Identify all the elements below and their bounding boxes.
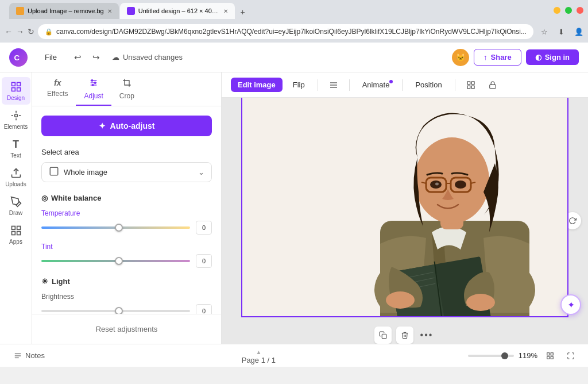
tab-2[interactable]: Untitled design – 612 × 408px ✕ (120, 3, 235, 19)
bookmark-button[interactable]: ☆ (537, 24, 552, 39)
sidebar-item-design[interactable]: Design (2, 77, 30, 105)
magic-edit-icon: ✦ (567, 299, 575, 310)
light-section: ☀ Light Brightness 0 (41, 277, 212, 314)
edit-image-button[interactable]: Edit image (231, 78, 283, 92)
crop-tab-label: Crop (119, 92, 134, 100)
reset-adjustments-button[interactable]: Reset adjustments (41, 321, 212, 337)
animate-label: Animate (362, 80, 390, 89)
lock-button[interactable] (484, 76, 501, 94)
svg-rect-25 (489, 85, 496, 88)
svg-point-14 (91, 80, 93, 82)
flip-button[interactable]: Flip (287, 78, 311, 92)
sidebar-item-apps[interactable]: Apps (2, 221, 30, 248)
more-options-button[interactable]: ••• (418, 327, 435, 344)
delete-button[interactable] (396, 327, 413, 344)
tint-slider[interactable] (41, 256, 190, 266)
zoom-slider[interactable] (468, 355, 514, 357)
share-label: Share (491, 53, 512, 62)
crop-tab-icon (122, 78, 131, 90)
svg-rect-21 (467, 82, 470, 85)
sidebar-item-draw[interactable]: Draw (2, 192, 30, 220)
minimize-button[interactable] (554, 7, 560, 14)
svg-rect-55 (547, 356, 550, 359)
tint-track (41, 260, 190, 262)
panel-tabs: fx Effects Adjust Crop (32, 72, 221, 106)
tint-value: 0 (196, 254, 212, 268)
tab-effects[interactable]: fx Effects (39, 72, 76, 106)
grid-toggle-button[interactable] (462, 76, 479, 94)
page-up-arrow: ▲ (256, 349, 261, 355)
notes-button[interactable]: Notes (9, 349, 49, 362)
svg-point-47 (386, 291, 415, 309)
svg-point-39 (455, 181, 466, 189)
signin-icon: ◐ (535, 53, 541, 62)
close-button[interactable] (577, 7, 583, 14)
temperature-label: Temperature (41, 209, 212, 217)
area-select-dropdown[interactable]: Whole image ⌄ (41, 162, 212, 182)
auto-adjust-label: Auto-adjust (110, 121, 155, 130)
fullscreen-button[interactable] (563, 348, 579, 364)
profile-button[interactable]: 👤 (571, 24, 586, 39)
auto-adjust-button[interactable]: ✦ Auto-adjust (41, 116, 212, 136)
sidebar-item-uploads[interactable]: Uploads (2, 163, 30, 191)
canvas-frame: ••• (241, 98, 568, 344)
brightness-slider[interactable] (41, 306, 190, 314)
draw-label: Draw (9, 210, 22, 216)
left-sidebar: Design Elements T Text Uploads (0, 72, 32, 344)
brightness-slider-section: Brightness 0 (41, 293, 212, 314)
panel-body: ✦ Auto-adjust Select area Whole image ⌄ (32, 106, 221, 314)
address-bar-row: ← → ↻ 🔒 canva.com/design/DAGM92DZBwg/JBk… (0, 21, 588, 43)
effects-tab-label: Effects (47, 90, 68, 98)
brightness-track (41, 310, 190, 312)
grid-view-button[interactable] (542, 348, 558, 364)
share-button[interactable]: ↑ Share (474, 49, 521, 66)
temperature-track (41, 226, 190, 229)
svg-point-5 (14, 114, 17, 117)
canvas-bottom-toolbar: ••• (241, 322, 568, 344)
forward-button[interactable]: → (16, 25, 24, 39)
adjust-panel: fx Effects Adjust Crop (32, 72, 222, 344)
draw-icon (10, 195, 22, 208)
brightness-thumb[interactable] (115, 307, 123, 314)
zoom-slider-thumb[interactable] (501, 352, 508, 359)
redo-button[interactable]: ↪ (88, 49, 105, 66)
tab-1[interactable]: Upload Image – remove.bg ✕ (9, 3, 119, 19)
new-tab-button[interactable]: + (236, 5, 250, 19)
light-header: ☀ Light (41, 277, 212, 286)
elements-icon (10, 109, 22, 122)
sidebar-item-text[interactable]: T Text (2, 135, 30, 162)
canvas-image[interactable] (241, 98, 568, 317)
address-bar[interactable]: 🔒 canva.com/design/DAGM92DZBwg/JBkM6qxno… (38, 24, 533, 39)
file-menu[interactable]: File (39, 51, 63, 64)
temperature-thumb[interactable] (115, 224, 123, 232)
back-button[interactable]: ← (5, 25, 13, 39)
notes-label: Notes (25, 351, 45, 360)
reload-button[interactable]: ↻ (28, 25, 34, 39)
tab-2-close[interactable]: ✕ (223, 8, 228, 14)
tab-1-close[interactable]: ✕ (107, 8, 112, 14)
design-icon (10, 80, 22, 93)
tint-thumb[interactable] (115, 257, 123, 265)
chevron-down-icon: ⌄ (198, 168, 204, 176)
tab-crop[interactable]: Crop (111, 72, 142, 106)
undo-button[interactable]: ↩ (69, 49, 87, 66)
brightness-slider-row: 0 (41, 304, 212, 314)
white-balance-header: ◎ White balance (41, 194, 212, 202)
maximize-button[interactable] (565, 7, 572, 14)
user-avatar[interactable]: 🐱 (452, 49, 469, 66)
animate-button[interactable]: Animate (357, 78, 396, 92)
layout-button[interactable] (325, 76, 342, 94)
temperature-slider[interactable] (41, 222, 190, 233)
svg-rect-4 (17, 88, 20, 91)
text-label: Text (10, 152, 21, 159)
magic-edit-button[interactable]: ✦ (560, 294, 581, 315)
sidebar-item-elements[interactable]: Elements (2, 106, 30, 133)
adjust-tab-label: Adjust (84, 92, 103, 100)
svg-rect-23 (467, 86, 470, 89)
signin-button[interactable]: ◐ Sign in (526, 49, 579, 65)
position-button[interactable]: Position (409, 78, 447, 92)
download-button[interactable]: ⬇ (554, 24, 569, 39)
canva-app: C File ↩ ↪ ☁ Unsaved changes 🐱 ↑ Share ◐… (0, 43, 588, 367)
copy-style-button[interactable] (374, 327, 392, 344)
tab-adjust[interactable]: Adjust (76, 72, 111, 106)
